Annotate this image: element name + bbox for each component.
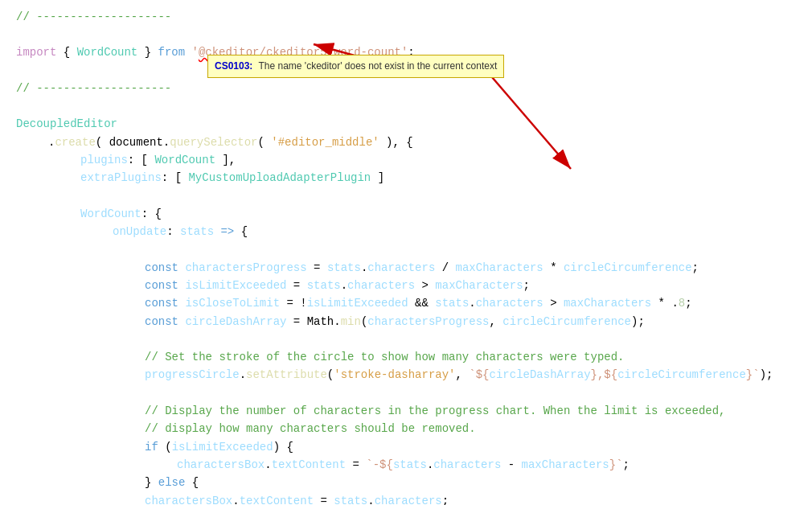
line-13: onUpdate: stats => { (0, 223, 812, 240)
line-6 (0, 97, 812, 115)
line-16: const isLimitExceeded = stats.characters… (0, 277, 812, 294)
code-comment: // -------------------- (16, 8, 171, 26)
line-24: // display how many characters should be… (0, 420, 812, 437)
line-5: // -------------------- (0, 80, 812, 97)
line-22 (0, 384, 812, 402)
plugins-prop: plugins (80, 151, 128, 169)
line-7: DecoupledEditor (0, 115, 812, 133)
class-name: DecoupledEditor (16, 115, 117, 133)
stats-param: stats (180, 223, 214, 240)
onupdate-key: onUpdate (113, 223, 166, 240)
line-17: const isCloseToLimit = !isLimitExceeded … (0, 294, 812, 312)
error-message: The name 'ckeditor' does not exist in th… (259, 60, 498, 72)
selector-string: '#editor_middle' (271, 133, 379, 151)
line-26: charactersBox.textContent = `-${stats.ch… (0, 456, 812, 474)
line-28: charactersBox.textContent = stats.charac… (0, 492, 812, 505)
line-2 (0, 26, 812, 43)
method-queryselector: querySelector (170, 133, 257, 151)
line-15: const charactersProgress = stats.charact… (0, 259, 812, 277)
line-21: progressCircle.setAttribute('stroke-dash… (0, 366, 812, 384)
line-8: .create( document.querySelector( '#edito… (0, 133, 812, 151)
line-9: plugins: [ WordCount ], (0, 151, 812, 169)
wordcount-key: WordCount (80, 205, 141, 223)
line-20: // Set the stroke of the circle to show … (0, 348, 812, 366)
wordcount-ref: WordCount (154, 151, 215, 169)
line-14 (0, 241, 812, 259)
line-10: extraPlugins: [ MyCustomUploadAdapterPlu… (0, 169, 812, 187)
error-tooltip: CS0103: The name 'ckeditor' does not exi… (207, 55, 504, 78)
line-23: // Display the number of characters in t… (0, 402, 812, 420)
line-18: const circleDashArray = Math.min(charact… (0, 313, 812, 331)
error-code: CS0103: (215, 60, 252, 72)
line-25: if (isLimitExceeded) { (0, 438, 812, 456)
import-class: WordCount (77, 43, 138, 61)
extra-plugins-prop: extraPlugins (80, 169, 162, 187)
code-editor: // -------------------- import { WordCou… (0, 0, 812, 505)
line-27: } else { (0, 474, 812, 491)
method-create: create (55, 133, 95, 151)
custom-plugin-ref: MyCustomUploadAdapterPlugin (188, 169, 371, 187)
line-1: // -------------------- (0, 8, 812, 26)
line-11 (0, 187, 812, 205)
line-12: WordCount: { (0, 205, 812, 223)
from-keyword: from (158, 43, 185, 61)
import-keyword: import (16, 43, 56, 61)
code-comment-2: // -------------------- (16, 80, 171, 97)
line-19 (0, 331, 812, 348)
